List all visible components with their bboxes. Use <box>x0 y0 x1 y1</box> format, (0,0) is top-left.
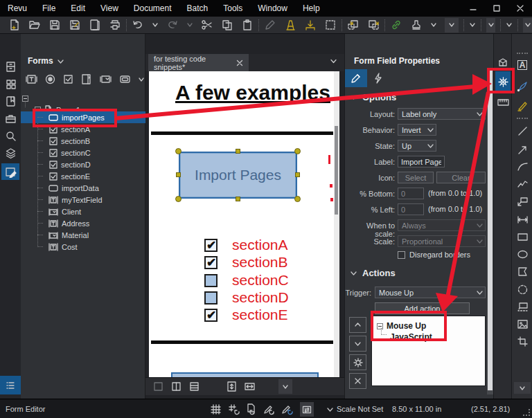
dimension-tool-icon[interactable] <box>515 212 530 226</box>
action-javascript-node[interactable]: JavaScript <box>390 332 432 342</box>
checkbox-row-sectionD[interactable]: sectionD <box>204 290 289 305</box>
extract-pages-icon[interactable] <box>367 19 380 31</box>
trigger-dropdown[interactable]: Mouse Up <box>375 287 486 298</box>
crop-tool-icon[interactable] <box>515 334 530 348</box>
bookmarks-icon[interactable] <box>1 94 19 108</box>
scale-status[interactable]: Scale Not Set <box>327 405 383 413</box>
collapse-icon[interactable] <box>22 96 28 102</box>
pen-tool-icon[interactable] <box>515 80 530 93</box>
checkbox-row-sectionE[interactable]: sectionE <box>204 307 288 322</box>
copy-icon[interactable] <box>221 19 233 31</box>
panel-menu-icon[interactable] <box>0 376 21 394</box>
behavior-dropdown[interactable]: Invert <box>398 124 436 136</box>
checkbox-row-sectionA[interactable]: sectionA <box>204 237 288 253</box>
checkbox-field[interactable] <box>204 256 218 269</box>
menu-edit[interactable]: Edit <box>63 0 93 17</box>
menu-revu[interactable]: Revu <box>0 0 35 17</box>
format-paint-icon[interactable] <box>264 19 276 31</box>
undo-dropdown-icon[interactable] <box>152 21 159 28</box>
panel-scrollbar[interactable] <box>487 69 493 394</box>
measure-tool-icon[interactable] <box>304 19 317 31</box>
selection-handle[interactable] <box>294 196 301 202</box>
tree-item-sectionB[interactable]: sectionB <box>21 135 145 147</box>
add-action-button[interactable]: Add action <box>375 302 470 314</box>
tree-item-importData[interactable]: importData <box>21 182 145 194</box>
fit-width-icon[interactable] <box>244 381 256 392</box>
forms-panel-title[interactable]: Forms <box>28 56 64 66</box>
close-tab-icon[interactable] <box>236 60 243 66</box>
actions-section-header[interactable]: Actions <box>351 268 396 278</box>
arrow-tool-icon[interactable] <box>515 143 530 156</box>
menu-window[interactable]: Window <box>250 0 295 17</box>
checkbox-row-sectionC[interactable]: sectionC <box>204 273 289 288</box>
pct-bottom-input[interactable] <box>398 188 424 199</box>
selection-handle[interactable] <box>294 148 301 154</box>
properties-gear-icon[interactable] <box>495 71 511 92</box>
checkbox-field[interactable] <box>204 274 218 287</box>
when-to-scale-dropdown[interactable]: Always <box>398 219 486 231</box>
toolbar-dropdown-icon[interactable] <box>469 21 476 28</box>
new-file-icon[interactable] <box>8 19 21 31</box>
grid-icon[interactable] <box>210 403 222 415</box>
label-input[interactable] <box>398 156 445 167</box>
select-marquee-icon[interactable] <box>324 19 337 31</box>
callout-cloud-tool-icon[interactable] <box>515 300 530 314</box>
stamp-icon[interactable] <box>410 19 423 31</box>
tab-appearance-paintbrush-icon[interactable] <box>345 69 367 87</box>
menu-help[interactable]: Help <box>295 0 328 17</box>
form-editor-icon[interactable] <box>1 163 19 180</box>
tree-root-row[interactable] <box>21 93 145 104</box>
tree-item-Cost[interactable]: Cost <box>21 241 145 253</box>
text-box-tool-icon[interactable]: A <box>515 58 530 72</box>
selection-handle[interactable] <box>176 172 181 177</box>
tree-item-myTextField[interactable]: myTextField <box>21 194 145 206</box>
toolbar-handle[interactable] <box>517 118 528 119</box>
scale-dropdown[interactable]: Proportional <box>398 235 486 247</box>
tree-item-sectionA[interactable]: sectionA <box>21 123 145 135</box>
icon-clear-button[interactable]: Clear <box>436 172 486 183</box>
panel-tab-icon[interactable] <box>495 55 511 70</box>
resize-grip[interactable] <box>523 409 530 416</box>
selection-handle[interactable] <box>236 149 240 154</box>
tree-item-Address[interactable]: Address <box>21 217 145 229</box>
view-mode-chevron-icon[interactable] <box>278 379 292 394</box>
tool-slot-dropdown-icon[interactable] <box>445 18 459 33</box>
polygon-tool-icon[interactable] <box>515 264 530 278</box>
selection-handle[interactable] <box>236 197 240 201</box>
menu-batch[interactable]: Batch <box>179 0 216 17</box>
checkbox-row-sectionB[interactable]: sectionB <box>204 255 288 270</box>
snap-to-grid-icon[interactable] <box>228 403 240 415</box>
tool-slot-dropdown-icon[interactable] <box>486 18 495 33</box>
stamp-dropdown-icon[interactable] <box>430 21 437 28</box>
menu-tools[interactable]: Tools <box>215 0 250 17</box>
flag-tool-icon[interactable] <box>284 19 296 31</box>
rectangle-tool-icon[interactable] <box>515 230 530 244</box>
open-file-icon[interactable] <box>28 19 41 31</box>
action-settings-gear-icon[interactable] <box>349 354 366 370</box>
arc-tool-icon[interactable] <box>515 160 530 174</box>
add-button-icon[interactable] <box>118 73 132 85</box>
pct-left-input[interactable] <box>398 203 424 215</box>
toolbar-handle[interactable] <box>517 53 528 54</box>
tab-actions-lightning-icon[interactable] <box>367 69 389 87</box>
options-section-header[interactable]: Options <box>351 92 396 102</box>
split-horizontal-icon[interactable] <box>188 381 200 392</box>
scrollbar-thumb[interactable] <box>335 126 338 215</box>
fit-page-icon[interactable] <box>226 381 238 392</box>
search-icon[interactable] <box>1 129 19 143</box>
booklet-icon[interactable] <box>89 19 101 31</box>
image-tool-icon[interactable] <box>515 317 530 331</box>
measurements-tab-icon[interactable] <box>495 95 511 110</box>
single-page-view-icon[interactable] <box>152 381 164 392</box>
tab-list-chevron-icon[interactable] <box>330 57 337 65</box>
sync-views-icon[interactable] <box>300 402 314 417</box>
save-as-icon[interactable] <box>69 19 81 31</box>
reuse-page-icon[interactable] <box>246 403 258 415</box>
add-text-field-icon[interactable] <box>25 73 38 85</box>
document-scrollbar[interactable] <box>334 71 339 377</box>
cut-icon[interactable] <box>201 19 213 31</box>
add-dropdown-icon[interactable] <box>99 73 112 85</box>
menu-file[interactable]: File <box>35 0 63 17</box>
insert-pages-icon[interactable] <box>347 19 360 31</box>
sync-markup-icon[interactable] <box>282 403 294 415</box>
